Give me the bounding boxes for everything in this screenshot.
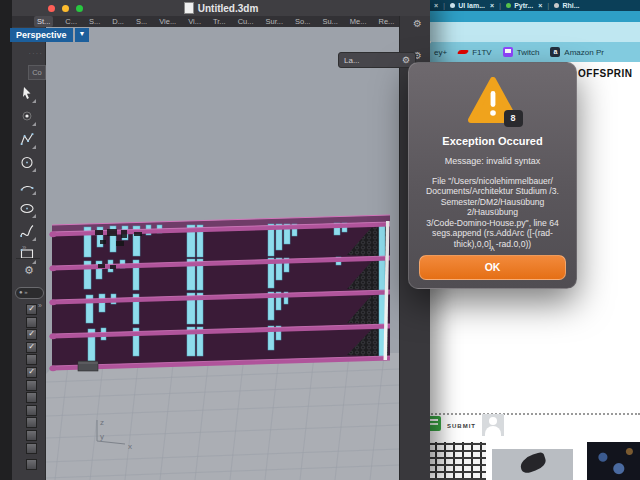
bookmark-ey-[interactable]: ey+ xyxy=(434,48,447,57)
exception-dialog: 8 Exception Occured Message: invalid syn… xyxy=(408,62,577,289)
tab-label: UI Iam... xyxy=(458,2,485,9)
collapsed-panel-tab[interactable]: Co xyxy=(28,65,46,80)
viewport-title[interactable]: Perspective ▼ xyxy=(10,28,89,42)
layer-checkbox[interactable]: ✓ xyxy=(26,329,37,340)
tab-close-icon[interactable]: × xyxy=(490,2,494,9)
checkbox-overflow-chevron[interactable]: » xyxy=(38,302,42,309)
toolbar-tab-1[interactable]: C... xyxy=(65,17,77,26)
bookmarks-bar: ey+F1TVTwitchaAmazon Pr xyxy=(420,42,640,62)
toolbar-tab-7[interactable]: Tr... xyxy=(213,17,226,26)
svg-text:x: x xyxy=(128,442,132,451)
layer-checkbox[interactable]: ✓ xyxy=(26,367,37,378)
toolbar-tab-5[interactable]: Vie... xyxy=(159,17,176,26)
bookmark-label: Amazon Pr xyxy=(564,48,604,57)
f1tv-icon xyxy=(458,47,468,57)
layer-checkbox[interactable] xyxy=(26,459,37,470)
rhino-app-badge: 8 xyxy=(504,110,523,127)
bookmark-amazon-pr[interactable]: aAmazon Pr xyxy=(550,47,604,57)
bookmark-label: ey+ xyxy=(434,48,447,57)
gear-icon[interactable]: ⚙ xyxy=(413,18,422,29)
arc-tool-icon[interactable] xyxy=(19,177,36,194)
toolbar-tab-10[interactable]: So... xyxy=(295,17,310,26)
toolbar-tabs: St...C...S...D...S...Vie...Vi...Tr...Cu.… xyxy=(12,16,430,27)
dialog-traceback: File "/Users/nicolehimmelbauer/ Document… xyxy=(417,176,568,249)
bookmark-label: Twitch xyxy=(517,48,540,57)
layer-checkbox[interactable] xyxy=(26,392,37,403)
favicon xyxy=(554,3,559,8)
window-title: Untitled.3dm xyxy=(12,2,430,14)
left-toolbar: ∙∙∙∙ Co » ⚙ ● » » ✓✓✓✓ xyxy=(12,27,46,480)
thumbnail-dark-artwork[interactable] xyxy=(587,442,640,480)
layer-checkbox[interactable] xyxy=(26,443,37,454)
layer-checkbox[interactable] xyxy=(26,354,37,365)
browser-tab-2[interactable]: Rhi... xyxy=(554,2,579,9)
toolbar-tab-2[interactable]: S... xyxy=(89,17,100,26)
tab-separator: | xyxy=(443,1,445,10)
dialog-message: Message: invalid syntax xyxy=(409,156,576,166)
twitch-icon xyxy=(503,47,513,57)
perspective-viewport[interactable]: zyx xyxy=(46,27,400,480)
layer-checkbox[interactable] xyxy=(26,430,37,441)
ellipse-tool-icon[interactable] xyxy=(19,200,36,217)
toolbar-tab-13[interactable]: Re... xyxy=(379,17,395,26)
thumbnail-bird-image[interactable] xyxy=(492,449,573,480)
rhino-window: Untitled.3dm St...C...S...D...S...Vie...… xyxy=(0,0,430,480)
browser-address-bar[interactable] xyxy=(420,22,640,42)
point-tool-icon[interactable] xyxy=(19,108,36,125)
amazon-icon: a xyxy=(550,47,560,57)
bookmark-label: F1TV xyxy=(472,48,492,57)
avatar[interactable] xyxy=(482,414,504,436)
ok-button[interactable]: OK xyxy=(419,255,566,280)
favicon xyxy=(506,3,511,8)
dialog-title: Exception Occured xyxy=(409,135,576,147)
layer-checkbox[interactable] xyxy=(26,417,37,428)
bookmark-twitch[interactable]: Twitch xyxy=(503,47,540,57)
sidebar-overflow-chevron[interactable]: » xyxy=(22,243,26,252)
toolbar-tab-11[interactable]: Su... xyxy=(322,17,337,26)
circle-tool-icon[interactable] xyxy=(19,154,36,171)
layers-panel-tab[interactable]: La... ⚙ xyxy=(338,52,416,68)
gear-icon[interactable]: ⚙ xyxy=(402,55,410,65)
submit-label[interactable]: SUBMIT xyxy=(447,423,476,429)
chevron-down-icon[interactable]: ▼ xyxy=(75,28,90,42)
cursor-tool-icon[interactable] xyxy=(19,85,36,102)
browser-tab-bar: ×|UI Iam...×|Pytr...×|Rhi... xyxy=(420,0,640,11)
tab-separator: | xyxy=(499,1,501,10)
viewport-3d-model: zyx xyxy=(46,27,400,480)
layer-checkbox[interactable] xyxy=(26,405,37,416)
tab-close-icon[interactable]: × xyxy=(538,2,542,9)
browser-tab-1[interactable]: Pytr... xyxy=(506,2,533,9)
toolbar-tab-12[interactable]: Me... xyxy=(350,17,367,26)
toolbar-tab-3[interactable]: D... xyxy=(112,17,124,26)
snap-toggle-pill[interactable]: ● » xyxy=(15,287,44,299)
favicon xyxy=(450,3,455,8)
toolbar-tab-8[interactable]: Cu... xyxy=(238,17,254,26)
tab-close-icon[interactable]: × xyxy=(434,2,438,9)
syntax-caret: ^ xyxy=(409,249,576,254)
bookmark-f1tv[interactable]: F1TV xyxy=(458,47,492,57)
layer-checkbox[interactable]: ✓ xyxy=(26,304,37,315)
toolbar-tab-6[interactable]: Vi... xyxy=(188,17,201,26)
browser-tab-0[interactable]: UI Iam... xyxy=(450,2,485,9)
document-icon xyxy=(184,2,194,14)
layer-checkbox[interactable] xyxy=(26,380,37,391)
toolbar-tab-9[interactable]: Sur... xyxy=(265,17,283,26)
browser-toolbar xyxy=(420,11,640,22)
warning-icon: 8 xyxy=(467,77,519,125)
toolbar-tab-4[interactable]: S... xyxy=(136,17,147,26)
tab-label: Rhi... xyxy=(562,2,579,9)
polyline-tool-icon[interactable] xyxy=(19,131,36,148)
gear-icon[interactable]: ⚙ xyxy=(24,264,34,277)
page-heading: OFFSPRIN xyxy=(578,68,633,79)
svg-text:y: y xyxy=(100,432,104,441)
tab-separator: | xyxy=(547,1,549,10)
thumbnail-structure-render[interactable] xyxy=(426,442,486,480)
layer-checkbox[interactable] xyxy=(26,317,37,328)
sidebar-divider xyxy=(16,258,40,259)
layer-checkbox[interactable]: ✓ xyxy=(26,342,37,353)
page-divider xyxy=(420,413,640,415)
toolbar-tab-0[interactable]: St... xyxy=(34,16,53,27)
tab-label: Pytr... xyxy=(514,2,533,9)
curve-tool-icon[interactable] xyxy=(19,223,36,240)
panel-handle-dots[interactable]: ∙∙∙∙ xyxy=(29,50,44,56)
